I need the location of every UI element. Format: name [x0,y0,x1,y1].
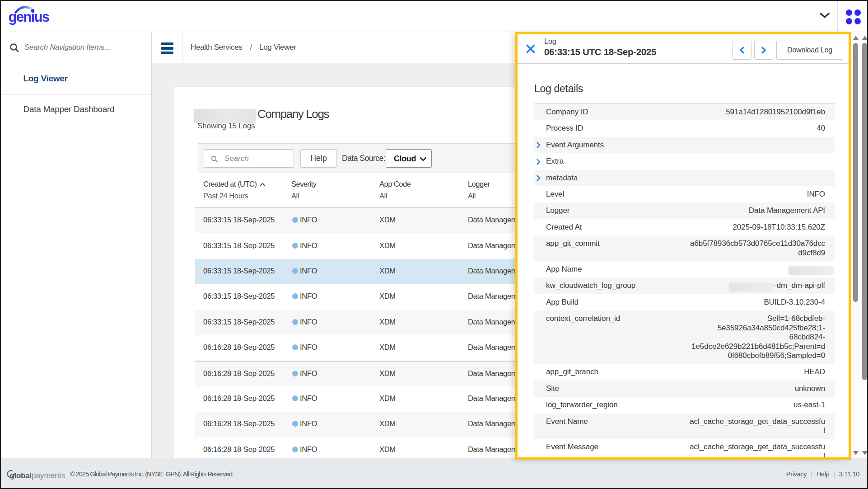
svg-text:genius: genius [9,9,49,25]
svg-text:global: global [9,471,31,480]
svg-text:payments: payments [32,471,65,480]
